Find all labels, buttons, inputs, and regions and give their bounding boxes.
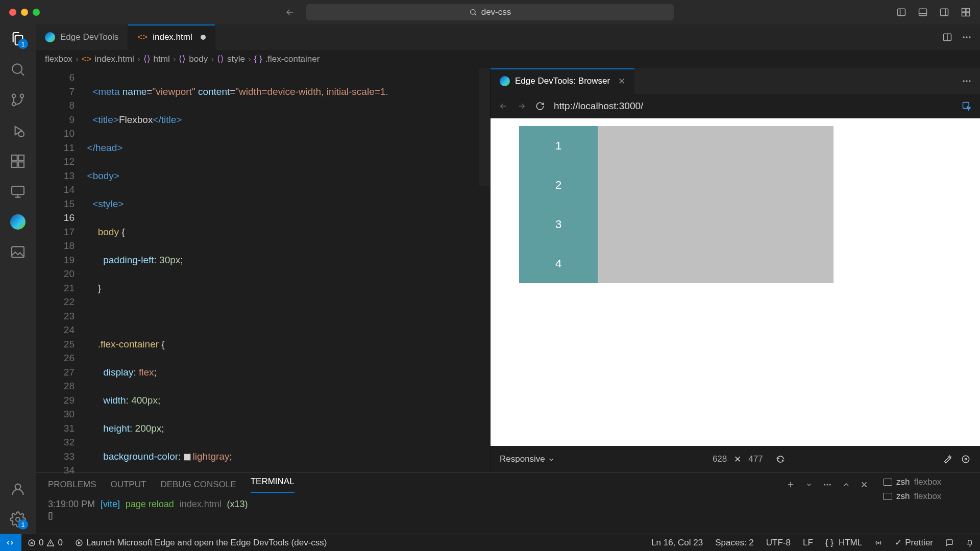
- status-indent[interactable]: Spaces: 2: [709, 538, 760, 548]
- command-center-text: dev-css: [481, 7, 511, 17]
- breadcrumb-item[interactable]: style: [227, 54, 245, 64]
- viewport-width[interactable]: 628: [713, 454, 727, 464]
- minimize-window-button[interactable]: [21, 9, 28, 16]
- nav-back-button[interactable]: [285, 7, 295, 17]
- browser-forward-button[interactable]: [517, 102, 526, 111]
- split-editor-icon[interactable]: [942, 32, 952, 42]
- svg-rect-13: [12, 155, 17, 161]
- tab-label: Edge DevTools: Browser: [515, 76, 610, 86]
- activity-settings[interactable]: 1: [10, 511, 26, 528]
- panel-tab-output[interactable]: OUTPUT: [110, 480, 146, 490]
- close-window-button[interactable]: [9, 9, 16, 16]
- rotate-icon[interactable]: [775, 454, 786, 464]
- svg-rect-17: [12, 186, 24, 194]
- browser-back-button[interactable]: [499, 102, 508, 111]
- svg-rect-16: [18, 155, 24, 161]
- chevron-down-icon: [548, 456, 555, 463]
- svg-point-10: [12, 103, 16, 106]
- close-panel-icon[interactable]: ✕: [861, 480, 868, 490]
- panel-tab-terminal[interactable]: TERMINAL: [251, 477, 295, 493]
- activity-scm[interactable]: [10, 92, 26, 108]
- activity-remote[interactable]: [10, 184, 26, 200]
- tab-index-html[interactable]: <> index.html: [128, 24, 215, 50]
- remote-indicator[interactable]: [0, 534, 21, 551]
- line-gutter: 6789101112131415161718192021222324252627…: [36, 68, 82, 472]
- search-icon: [10, 61, 26, 78]
- svg-rect-18: [12, 246, 24, 257]
- edge-icon: [45, 32, 55, 42]
- activity-debug[interactable]: [10, 122, 26, 139]
- device-toolbar: Responsive 628 ✕ 477: [491, 446, 980, 472]
- flex-child-preview: 2: [519, 165, 598, 205]
- svg-rect-15: [18, 162, 24, 167]
- flex-child-preview: 4: [519, 244, 598, 283]
- svg-rect-14: [12, 162, 17, 167]
- more-actions-icon[interactable]: [962, 32, 972, 42]
- status-encoding[interactable]: UTF-8: [760, 538, 797, 548]
- breadcrumb-item[interactable]: html: [154, 54, 170, 64]
- breadcrumb[interactable]: flexbox› <> index.html› ⟨⟩ html› ⟨⟩ body…: [36, 50, 980, 68]
- tab-browser-preview[interactable]: Edge DevTools: Browser ✕: [491, 68, 634, 94]
- status-prettier[interactable]: ✓ Prettier: [889, 537, 939, 548]
- zoom-window-button[interactable]: [33, 9, 40, 16]
- breadcrumb-item[interactable]: flexbox: [45, 54, 72, 64]
- activity-extensions[interactable]: [10, 153, 26, 169]
- more-actions-icon[interactable]: [823, 480, 832, 489]
- code-content[interactable]: <meta name="viewport" content="width=dev…: [82, 68, 490, 472]
- svg-point-12: [18, 131, 24, 137]
- activity-search[interactable]: [10, 61, 26, 78]
- breadcrumb-item[interactable]: body: [189, 54, 208, 64]
- customize-layout-icon[interactable]: [961, 7, 971, 17]
- bell-icon: [966, 539, 974, 547]
- new-terminal-button[interactable]: [786, 480, 795, 489]
- code-editor[interactable]: 6789101112131415161718192021222324252627…: [36, 68, 490, 472]
- close-icon[interactable]: ✕: [618, 76, 625, 87]
- activity-image[interactable]: [10, 244, 26, 260]
- status-feedback[interactable]: [939, 539, 960, 547]
- svg-point-25: [963, 80, 965, 82]
- status-eol[interactable]: LF: [797, 538, 819, 548]
- edge-icon: [500, 76, 510, 86]
- svg-point-0: [470, 10, 475, 14]
- panel-tab-problems[interactable]: PROBLEMS: [48, 480, 96, 490]
- status-launch-task[interactable]: Launch Microsoft Edge and open the Edge …: [69, 538, 333, 548]
- tab-edge-devtools[interactable]: Edge DevTools: [36, 24, 128, 50]
- browser-reload-button[interactable]: [535, 102, 545, 111]
- more-actions-icon[interactable]: [962, 76, 972, 86]
- status-notifications[interactable]: [960, 539, 980, 547]
- svg-rect-2: [919, 9, 927, 15]
- activity-account[interactable]: [10, 481, 26, 497]
- status-port[interactable]: [868, 539, 889, 547]
- svg-point-22: [963, 36, 965, 38]
- modified-indicator-icon: [201, 35, 206, 40]
- terminal-list-item[interactable]: zshflexbox: [883, 477, 975, 487]
- panel-tab-debug[interactable]: DEBUG CONSOLE: [160, 480, 236, 490]
- breadcrumb-item[interactable]: index.html: [94, 54, 134, 64]
- bracket-icon: ⟨⟩: [179, 54, 186, 64]
- maximize-panel-icon[interactable]: [842, 481, 850, 489]
- viewport-height[interactable]: 477: [748, 454, 763, 464]
- inspect-icon[interactable]: [962, 101, 972, 111]
- layout-sidebar-left-icon[interactable]: [896, 7, 906, 17]
- svg-point-35: [76, 540, 82, 546]
- html-file-icon: <>: [82, 54, 92, 64]
- layout-sidebar-right-icon[interactable]: [939, 7, 949, 17]
- wand-icon[interactable]: [943, 454, 953, 464]
- terminal-dropdown-icon[interactable]: [805, 481, 813, 488]
- activity-edge[interactable]: [10, 214, 26, 230]
- command-center[interactable]: dev-css: [306, 4, 674, 20]
- layout-panel-icon[interactable]: [918, 7, 928, 17]
- status-language[interactable]: { }HTML: [819, 538, 868, 548]
- terminal-output[interactable]: 3:19:00 PM [vite] page reload index.html…: [36, 496, 878, 523]
- activity-explorer[interactable]: 1: [10, 31, 26, 47]
- breadcrumb-item[interactable]: .flex-container: [265, 54, 320, 64]
- status-cursor-position[interactable]: Ln 16, Col 23: [645, 538, 709, 548]
- target-icon[interactable]: [961, 454, 971, 464]
- terminal-list-item[interactable]: zshflexbox: [883, 491, 975, 502]
- bracket-icon: ⟨⟩: [217, 54, 224, 64]
- minimap[interactable]: [479, 68, 490, 186]
- status-problems[interactable]: 0 0: [21, 538, 69, 548]
- rendered-page: 1 2 3 4: [491, 118, 980, 446]
- url-input[interactable]: [554, 101, 952, 112]
- device-mode-select[interactable]: Responsive: [500, 454, 555, 464]
